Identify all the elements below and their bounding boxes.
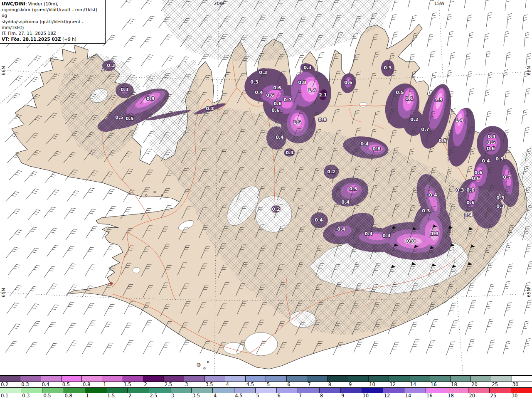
map-title-box: UWC/DINI: Vindur (10m), rigning/skúrir (…	[0, 0, 106, 44]
legend-snow-cell	[328, 376, 348, 382]
legend-snow-value: 10	[369, 382, 375, 387]
legend-snow-value: 3	[185, 382, 188, 387]
legend-snow-value: 0.5	[62, 382, 70, 387]
legend-snow-value: 6	[287, 382, 290, 387]
legend-rain-value: 6	[278, 393, 281, 399]
islet	[204, 367, 205, 369]
legend-snow-value: 2	[144, 382, 147, 387]
legend-snow-bar	[0, 375, 532, 382]
town-marker	[199, 364, 200, 365]
legend-snow-value: 4.5	[246, 382, 254, 387]
legend: 0.20.30.40.50.811.522.533.544.5567891012…	[0, 375, 532, 399]
legend-snow-cell	[143, 376, 164, 382]
legend-rain-cell	[511, 388, 532, 393]
legend-snow-value: 2.5	[165, 382, 172, 387]
glacier-eyjafjallajokull	[224, 342, 244, 354]
legend-rain-cell	[234, 388, 256, 393]
legend-rain-cell	[21, 388, 42, 393]
legend-rain-cell	[106, 388, 128, 393]
legend-snow-cell	[41, 376, 62, 382]
legend-rain-cell	[490, 388, 511, 393]
legend-snow-cell	[205, 376, 225, 382]
legend-rain-cell	[0, 388, 21, 393]
weather-map-stage: 0.30.30.90.50.50.30.30.30.60.40.60.70.60…	[0, 0, 532, 399]
legend-rain-value: 3	[171, 393, 174, 399]
legend-rain-value: 1.5	[107, 393, 115, 399]
product-name: UWC/DINI	[2, 1, 25, 6]
legend-snow-cell	[225, 376, 246, 382]
legend-rain-cell	[170, 388, 192, 393]
init-time: IT: Fim. 27. 11. 2025 18Z	[2, 30, 103, 36]
legend-rain-cell	[192, 388, 213, 393]
legend-rain-value: 4	[214, 393, 217, 399]
legend-snow-value: 0.3	[21, 382, 29, 387]
precip-contour	[281, 99, 293, 108]
lake-thingvallavatn	[133, 267, 140, 273]
legend-snow-cell	[164, 376, 184, 382]
title-line-3: slydda/snjókoma (grátt/bleikt/grænt - mm…	[2, 19, 103, 30]
legend-rain-value: 3.5	[192, 393, 200, 399]
legend-snow-cell	[82, 376, 102, 382]
islet	[145, 195, 147, 196]
legend-rain-cell	[149, 388, 170, 393]
legend-snow-cell	[491, 376, 512, 382]
legend-rain-value: 2.5	[150, 393, 157, 399]
legend-snow-cell	[430, 376, 451, 382]
legend-snow-labels: 0.20.30.40.50.811.522.533.544.5567891012…	[0, 382, 532, 387]
legend-rain-value: 0.5	[43, 393, 51, 399]
legend-rain-value: 4.5	[235, 393, 242, 399]
legend-rain-value: 9	[341, 393, 344, 399]
legend-snow-cell	[102, 376, 123, 382]
legend-rain-cell	[341, 388, 362, 393]
legend-rain-value: 18	[448, 393, 454, 399]
legend-snow-cell	[369, 376, 389, 382]
legend-rain-value: 8	[320, 393, 323, 399]
legend-rain-value: 5	[256, 393, 259, 399]
legend-snow-cell	[307, 376, 328, 382]
legend-rain-value: 7	[299, 393, 302, 399]
legend-snow-cell	[0, 376, 20, 382]
legend-rain-value: 0.3	[22, 393, 30, 399]
legend-snow-value: 0.8	[83, 382, 90, 387]
legend-snow-value: 4	[226, 382, 229, 387]
legend-snow-cell	[20, 376, 41, 382]
legend-snow-cell	[471, 376, 491, 382]
legend-rain-value: 2	[128, 393, 131, 399]
precip-contour	[249, 78, 261, 87]
legend-snow-value: 0.4	[42, 382, 49, 387]
legend-rain-cell	[277, 388, 298, 393]
legend-snow-value: 7	[308, 382, 310, 387]
lake-myvatn	[360, 102, 367, 107]
legend-rain-cell	[320, 388, 341, 393]
legend-rain-cell	[213, 388, 234, 393]
legend-snow-cell	[184, 376, 204, 382]
legend-snow-cell	[266, 376, 286, 382]
legend-rain-labels: 0.10.30.50.811.522.533.544.5567891012141…	[0, 393, 532, 399]
legend-rain-cell	[42, 388, 64, 393]
legend-snow-value: 1	[103, 382, 106, 387]
legend-snow-cell	[409, 376, 430, 382]
legend-snow-cell	[348, 376, 369, 382]
legend-snow-value: 9	[349, 382, 352, 387]
legend-snow-cell	[246, 376, 266, 382]
legend-snow-cell	[123, 376, 143, 382]
precip-contour	[381, 60, 394, 76]
legend-rain-cell	[298, 388, 319, 393]
legend-rain-value: 0.1	[1, 393, 8, 399]
islet	[154, 191, 155, 193]
legend-snow-value: 14	[410, 382, 416, 387]
legend-rain-value: 10	[362, 393, 369, 399]
legend-snow-cell	[62, 376, 82, 382]
legend-snow-cell	[512, 376, 532, 382]
legend-rain-bar	[0, 387, 532, 393]
legend-snow-value: 20	[471, 382, 478, 387]
iceland-weather-map	[0, 0, 532, 375]
legend-rain-value: 30	[512, 393, 518, 399]
legend-rain-cell	[256, 388, 277, 393]
legend-snow-value: 0.2	[1, 382, 8, 387]
legend-rain-value: 20	[469, 393, 475, 399]
legend-rain-cell	[426, 388, 447, 393]
legend-snow-value: 3.5	[205, 382, 213, 387]
legend-snow-value: 30	[512, 382, 519, 387]
islet	[207, 361, 208, 362]
